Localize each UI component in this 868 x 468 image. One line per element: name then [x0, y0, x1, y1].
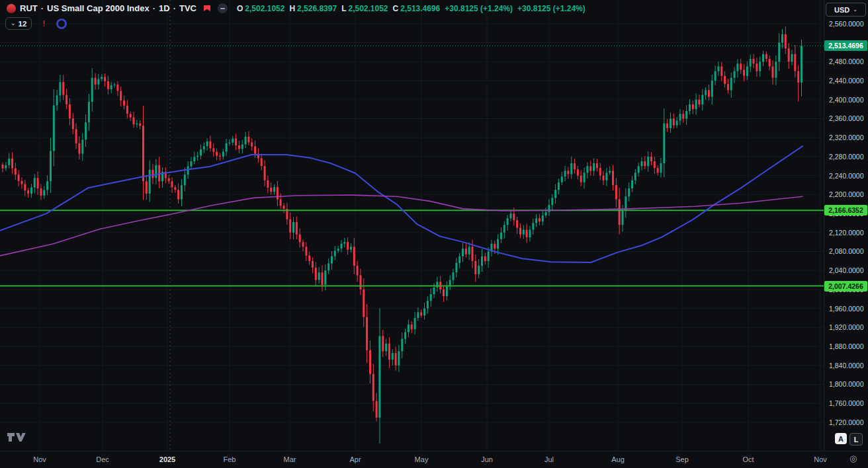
candle-body [254, 147, 256, 154]
candle-body [142, 126, 144, 181]
tradingview-logo[interactable] [7, 431, 26, 446]
symbol-name: RUT [20, 3, 38, 13]
candle-body [53, 105, 55, 151]
candle-body [430, 294, 432, 301]
candle-body [337, 249, 339, 251]
candle-body [584, 173, 586, 182]
bar-count-value: 12 [19, 20, 27, 28]
candle-body [171, 181, 173, 187]
ohlc-readout: O 2,502.1052 H 2,526.8397 L 2,502.1052 C… [237, 4, 586, 13]
candle-body [794, 54, 796, 71]
candle-body [596, 163, 598, 168]
candle-body [40, 188, 42, 196]
candle-body [523, 230, 525, 235]
candle-body [110, 85, 112, 89]
symbol-title-button[interactable]: RUT · US Small Cap 2000 Index · 1D · TVC [20, 3, 196, 13]
chevron-down-icon: ⌄ [853, 7, 857, 13]
price-tick-label: 2,360.0000 [829, 114, 867, 122]
close-value: 2,513.4696 [400, 4, 440, 13]
candle-body [638, 166, 640, 173]
candle-body [366, 317, 368, 350]
candle-body [513, 214, 515, 220]
candle-body [200, 149, 202, 156]
separator: · [153, 3, 155, 13]
candle-body [191, 161, 193, 167]
candle-body [322, 272, 324, 285]
candle-body [497, 239, 499, 249]
candle-body [695, 100, 697, 109]
candle-body [567, 171, 569, 174]
candle-body [433, 288, 435, 294]
indicator-ring-icon[interactable] [56, 19, 67, 29]
candle-body [484, 256, 486, 261]
close-label: C [393, 4, 399, 13]
candle-body [181, 185, 183, 199]
candle-body [561, 176, 563, 182]
currency-unit-button[interactable]: USD ⌄ [826, 3, 866, 17]
time-axis[interactable]: NovDec2025FebMarAprMayJunJulAugSepOctNov [0, 451, 868, 468]
price-tick-label: 2,200.0000 [829, 190, 867, 198]
candle-body [641, 161, 643, 166]
candle-body [133, 118, 135, 124]
candle-body [414, 318, 416, 329]
candle-body [772, 67, 774, 78]
log-scale-button[interactable]: L [849, 433, 863, 446]
interval-label: 1D [159, 3, 170, 13]
exchange-label: TVC [179, 3, 196, 13]
price-tick-label: 1,840.0000 [829, 362, 867, 370]
candle-body [350, 247, 352, 249]
candle-body [11, 159, 13, 169]
month-label: Jul [544, 455, 554, 463]
candle-body [619, 200, 621, 225]
candle-body [219, 156, 221, 157]
candle-body [50, 151, 52, 181]
candle-body [727, 84, 729, 90]
candle-body [551, 198, 553, 205]
candle-body [666, 124, 668, 128]
candle-body [81, 139, 83, 153]
candle-body [420, 312, 422, 315]
bar-count-button[interactable]: ⌄ 12 [5, 17, 32, 30]
candle-body [235, 139, 237, 145]
candle-body [577, 169, 579, 175]
candle-body [270, 188, 272, 192]
hide-legend-button[interactable] [218, 3, 228, 13]
candle-body [593, 163, 595, 171]
candle-body [37, 178, 39, 188]
candle-body [542, 215, 544, 221]
price-tick-label: 2,560.0000 [829, 20, 867, 28]
candle-body [494, 244, 496, 249]
candle-body [382, 336, 384, 351]
candle-body [104, 77, 106, 81]
auto-scale-button[interactable]: A [835, 433, 847, 444]
chart-canvas[interactable] [0, 0, 824, 451]
candle-body [628, 188, 630, 196]
candle-body [302, 243, 304, 247]
price-tick-label: 2,240.0000 [829, 172, 867, 180]
candle-body [21, 181, 23, 184]
candle-body [136, 124, 138, 124]
candle-body [753, 59, 755, 63]
price-tick-label: 1,960.0000 [829, 305, 867, 313]
candle-body [759, 61, 761, 71]
candle-body [644, 161, 646, 166]
candle-body [95, 78, 97, 85]
candle-body [280, 200, 282, 206]
gear-icon[interactable]: ◎ [849, 454, 857, 463]
change-percent-value: +30.8125 (+1.24%) [517, 4, 586, 13]
candle-body [446, 287, 448, 296]
candle-body [586, 166, 588, 173]
price-axis[interactable]: 2,560.00002,520.00002,480.00002,440.0000… [824, 0, 868, 451]
candle-body [663, 124, 665, 163]
candle-body [8, 159, 10, 165]
candle-body [589, 166, 591, 171]
flag-icon[interactable] [203, 5, 211, 13]
alert-icon[interactable]: ! [42, 19, 45, 28]
candle-body [781, 34, 783, 43]
candle-body [708, 90, 710, 97]
candle-body [46, 181, 48, 190]
candle-body [423, 309, 425, 316]
candle-body [791, 54, 793, 62]
candle-body [315, 268, 317, 280]
candle-body [59, 82, 61, 95]
